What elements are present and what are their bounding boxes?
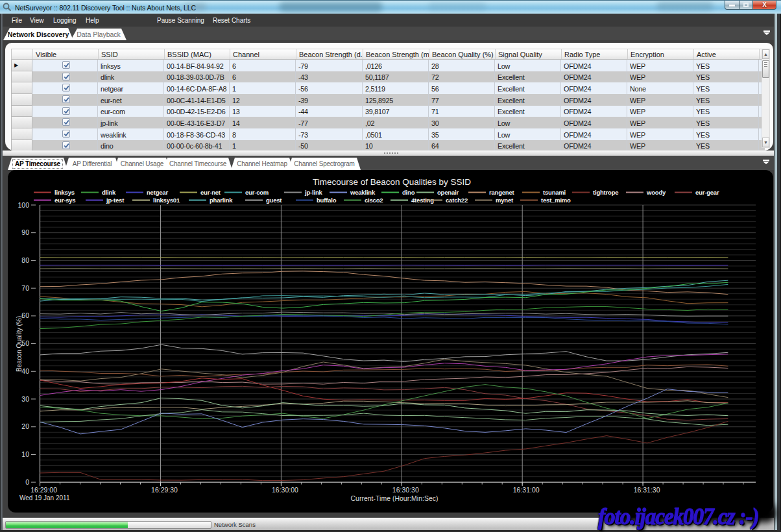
svg-text:buffalo: buffalo: [317, 197, 337, 204]
svg-text:10: 10: [21, 450, 29, 458]
svg-text:pharlink: pharlink: [210, 197, 233, 204]
svg-text:eur-com: eur-com: [245, 189, 269, 196]
svg-text:jp-test: jp-test: [106, 197, 125, 204]
svg-text:linksys01: linksys01: [153, 197, 180, 204]
svg-text:mynet: mynet: [496, 197, 514, 204]
svg-text:Current-Time (Hour:Min:Sec): Current-Time (Hour:Min:Sec): [351, 494, 439, 502]
svg-text:16:31:00: 16:31:00: [513, 486, 540, 494]
svg-text:40: 40: [21, 367, 29, 375]
svg-text:100: 100: [18, 201, 29, 209]
svg-text:eur-gear: eur-gear: [695, 189, 719, 196]
svg-text:16:31:30: 16:31:30: [634, 486, 660, 494]
svg-text:80: 80: [21, 256, 29, 264]
svg-text:catch22: catch22: [446, 197, 468, 204]
svg-text:rangenet: rangenet: [489, 189, 515, 196]
svg-text:Timecourse of Beacon Qualities: Timecourse of Beacon Qualities by SSID: [313, 177, 471, 187]
svg-text:20: 20: [21, 422, 29, 430]
svg-text:cisco2: cisco2: [365, 197, 383, 204]
svg-text:tightrope: tightrope: [593, 189, 618, 196]
svg-text:guest: guest: [266, 197, 282, 204]
svg-text:woody: woody: [646, 189, 666, 196]
svg-text:netgear: netgear: [147, 189, 168, 196]
svg-text:eur-sys: eur-sys: [54, 197, 75, 204]
svg-text:linksys: linksys: [54, 189, 75, 196]
svg-text:16:30:30: 16:30:30: [392, 486, 419, 494]
svg-text:Beacon Quality (%): Beacon Quality (%): [16, 316, 23, 372]
svg-text:Wed 19 Jan 2011: Wed 19 Jan 2011: [19, 494, 70, 502]
svg-text:16:29:30: 16:29:30: [151, 486, 178, 494]
svg-text:0: 0: [25, 478, 29, 486]
svg-text:16:30:00: 16:30:00: [272, 486, 298, 494]
svg-text:16:29:00: 16:29:00: [30, 486, 57, 494]
svg-text:90: 90: [21, 228, 29, 236]
svg-text:50: 50: [21, 339, 29, 347]
svg-text:70: 70: [21, 284, 29, 292]
svg-text:weaklink: weaklink: [350, 189, 376, 196]
svg-text:openair: openair: [437, 189, 459, 196]
svg-text:jp-link: jp-link: [304, 189, 322, 196]
svg-text:eur-net: eur-net: [200, 189, 221, 196]
svg-text:test_mimo: test_mimo: [541, 197, 571, 204]
svg-text:dlink: dlink: [102, 189, 116, 196]
svg-text:60: 60: [21, 311, 29, 319]
svg-text:dino: dino: [402, 189, 415, 196]
svg-text:30: 30: [21, 395, 29, 403]
svg-text:tsunami: tsunami: [543, 189, 566, 196]
